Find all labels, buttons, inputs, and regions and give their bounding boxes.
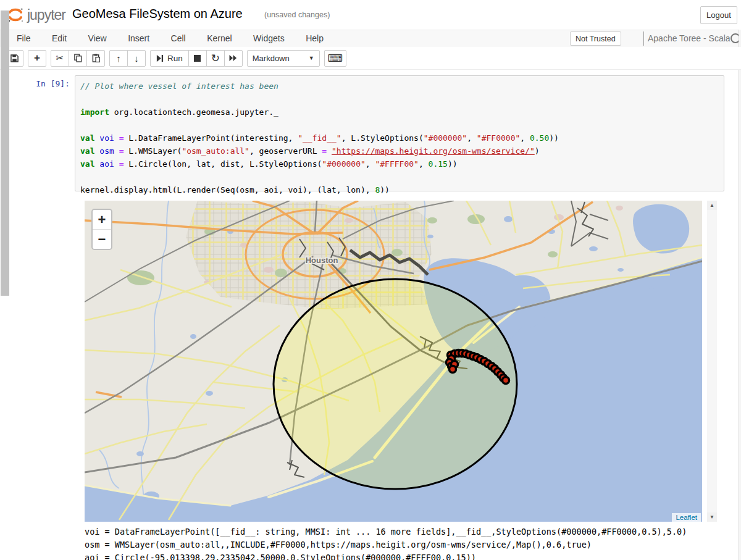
add-cell-button[interactable]: + [28, 50, 46, 67]
cell-type-value: Markdown [253, 54, 290, 63]
run-label: Run [167, 54, 183, 63]
restart-icon: ↻ [211, 52, 220, 65]
map-zoom-control: + − [91, 209, 112, 250]
copy-button[interactable] [69, 50, 87, 67]
code-editor[interactable]: // Plot where vessel of interest has bee… [80, 80, 719, 196]
code-line: val osm = L.WMSLayer("osm_auto:all", geo… [80, 144, 719, 157]
menu-widgets[interactable]: Widgets [244, 30, 294, 46]
copy-icon [74, 54, 82, 62]
code-line: import org.locationtech.geomesa.jupyter.… [80, 106, 719, 119]
code-cell[interactable]: // Plot where vessel of interest has bee… [75, 75, 724, 191]
output-scrollbar[interactable]: ▲ ▼ [707, 201, 717, 522]
zoom-out-button[interactable]: − [93, 230, 111, 249]
step-forward-icon [156, 54, 164, 62]
menu-cell[interactable]: Cell [162, 30, 195, 46]
interrupt-button[interactable] [188, 50, 207, 67]
paste-icon [92, 54, 100, 62]
arrow-up-icon: ↑ [116, 53, 121, 64]
notebook-title[interactable]: GeoMesa FileSystem on Azure [72, 7, 243, 21]
arrow-down-icon: ↓ [134, 53, 139, 64]
vessel-point[interactable] [450, 366, 456, 373]
input-prompt: In [9]: [0, 79, 70, 88]
zoom-in-button[interactable]: + [93, 210, 111, 230]
leaflet-map-output[interactable]: Houston + − Leaflet [85, 201, 702, 522]
cell-type-dropdown[interactable]: Markdown ▼ [247, 50, 320, 67]
fast-forward-icon [229, 54, 237, 62]
scroll-up-icon[interactable]: ▲ [707, 201, 717, 210]
chevron-down-icon: ▼ [309, 55, 314, 61]
output-line: aoi = Circle(-95.013398,29.2335042,50000… [85, 551, 687, 560]
paste-button[interactable] [86, 50, 105, 67]
menu-insert[interactable]: Insert [119, 30, 159, 46]
output-line: osm = WMSLayer(osm_auto:all,,INCLUDE,#FF… [85, 538, 687, 551]
not-trusted-badge[interactable]: Not Trusted [570, 31, 621, 46]
menu-view[interactable]: View [79, 30, 116, 46]
menu-edit[interactable]: Edit [43, 30, 76, 46]
menu-file[interactable]: File [7, 30, 40, 46]
kernel-name: Apache Toree - Scala [648, 33, 731, 43]
aoi-circle [274, 279, 517, 489]
move-down-button[interactable]: ↓ [127, 50, 146, 67]
logout-button[interactable]: Logout [700, 6, 737, 24]
toolbar: + ✂ ↑ ↓ Run ↻ [0, 47, 741, 70]
menu-bar: File Edit View Insert Cell Kernel Widget… [0, 30, 741, 48]
menu-help[interactable]: Help [296, 30, 333, 46]
code-line [80, 170, 719, 183]
scrollbar-thumb[interactable] [1, 10, 9, 296]
scissors-icon: ✂ [56, 52, 64, 64]
code-line: val aoi = L.Circle(lon, lat, dist, L.Sty… [80, 157, 719, 170]
code-line: kernel.display.html(L.render(Seq(osm, ao… [80, 183, 719, 196]
scroll-down-icon[interactable]: ▼ [707, 512, 717, 522]
plus-icon: + [34, 52, 40, 64]
cell-text-output: voi = DataFrameLayerPoint([__fid__: stri… [85, 525, 687, 560]
code-line [80, 93, 719, 106]
city-label-houston: Houston [306, 256, 338, 265]
run-button[interactable]: Run [150, 50, 189, 67]
code-line: // Plot where vessel of interest has bee… [80, 80, 719, 93]
header: jupyter GeoMesa FileSystem on Azure (uns… [0, 0, 741, 30]
save-icon [10, 54, 19, 62]
code-line [80, 119, 719, 132]
vessel-point[interactable] [503, 377, 509, 384]
code-line: val voi = L.DataFrameLayerPoint(interest… [80, 132, 719, 144]
jupyter-wordmark: jupyter [27, 7, 65, 23]
stop-icon [194, 55, 201, 62]
checkpoint-status: (unsaved changes) [264, 10, 330, 19]
keyboard-icon: ⌨ [327, 52, 343, 65]
leaflet-attribution[interactable]: Leaflet [672, 513, 701, 522]
restart-run-all-button[interactable] [224, 50, 243, 67]
move-up-button[interactable]: ↑ [109, 50, 128, 67]
command-palette-button[interactable]: ⌨ [324, 50, 346, 67]
map-canvas: Houston [85, 201, 702, 522]
cut-button[interactable]: ✂ [51, 50, 69, 67]
menu-kernel[interactable]: Kernel [198, 30, 241, 46]
output-line: voi = DataFrameLayerPoint([__fid__: stri… [85, 525, 687, 538]
restart-button[interactable]: ↻ [206, 50, 225, 67]
kernel-divider [643, 31, 644, 46]
jupyter-logo[interactable]: jupyter [6, 5, 65, 25]
